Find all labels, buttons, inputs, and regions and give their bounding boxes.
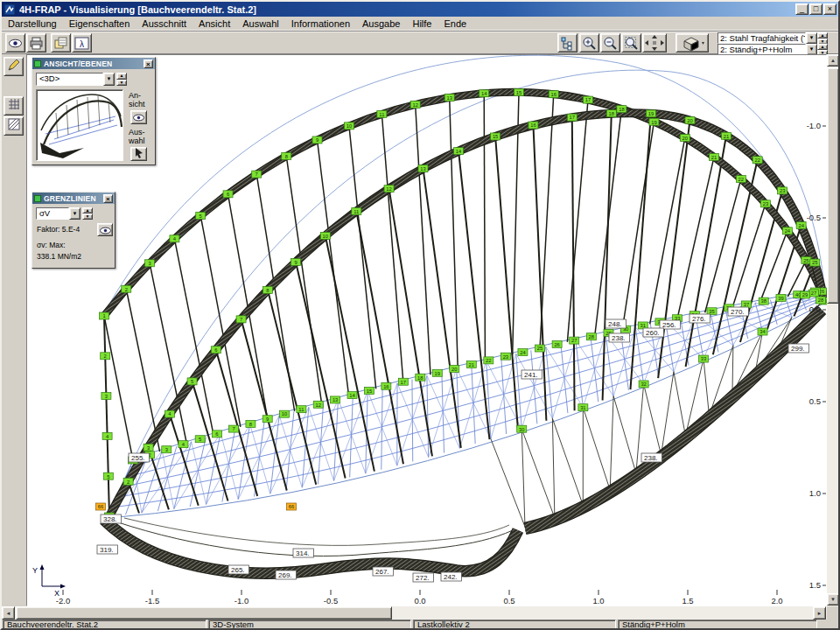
load-case-value: 2: Stahl Tragfähigkeit (Th. 2. O — [718, 32, 806, 44]
vertical-scrollbar[interactable]: ▲ ▼ — [827, 54, 839, 606]
zoom-in-icon — [582, 36, 597, 51]
auswahl-select-button[interactable] — [130, 147, 147, 161]
restore-button[interactable]: □ — [809, 4, 822, 15]
pencil-icon — [7, 58, 21, 75]
status-combination: Ständig+P+Holm — [618, 620, 817, 629]
ansicht-label: An-sicht — [129, 91, 145, 108]
grenzlinien-panel: GRENZLINIEN × σV ▼ ▲ ▼ Faktor: 5.E-4 σv:… — [32, 192, 116, 269]
result-spinner-up[interactable]: ▲ — [82, 207, 93, 214]
panel-icon — [34, 60, 41, 67]
ansicht-panel-title: ANSICHT/EBENEN — [44, 60, 112, 68]
zoom-in-button[interactable] — [579, 33, 599, 52]
chevron-down-icon[interactable]: ▼ — [103, 73, 115, 86]
menu-hilfe[interactable]: Hilfe — [406, 18, 438, 30]
cube-icon — [679, 34, 705, 52]
results-button[interactable]: λ — [72, 33, 92, 52]
view-select-value: <3D> — [36, 73, 103, 86]
load-case-combo[interactable]: 2: Stahl Tragfähigkeit (Th. 2. O ▼ ▲ ▼ — [718, 32, 828, 44]
printer-icon — [29, 36, 44, 51]
edit-mode-button[interactable] — [4, 57, 24, 76]
scroll-down-icon[interactable]: ▼ — [827, 593, 839, 606]
tables-button[interactable] — [51, 33, 71, 52]
menu-informationen[interactable]: Informationen — [285, 18, 356, 30]
minimize-button[interactable]: _ — [795, 4, 808, 15]
result-type-combo[interactable]: σV ▼ ▲ ▼ — [36, 207, 93, 220]
status-system: 3D-System — [208, 620, 411, 629]
preview-thumbnail — [37, 90, 122, 160]
app-icon[interactable] — [4, 4, 16, 16]
close-icon[interactable]: × — [144, 60, 153, 68]
scroll-up-icon[interactable]: ▲ — [827, 54, 839, 66]
horizontal-scrollbar[interactable]: ◄ ► — [2, 606, 827, 620]
menu-ausschnitt[interactable]: Ausschnitt — [136, 18, 192, 30]
app-window: 4H-FRAP - Visualisierung [Bauchveerendel… — [0, 0, 840, 630]
grenzlinien-panel-title: GRENZLINIEN — [44, 194, 96, 203]
close-button[interactable]: × — [823, 4, 836, 15]
eye-icon — [8, 36, 23, 51]
menu-bar: Darstellung Eigenschaften Ausschnitt Ans… — [2, 17, 838, 31]
auswahl-label: Aus-wahl — [129, 128, 145, 145]
cursor-icon — [134, 146, 144, 162]
menu-ende[interactable]: Ende — [438, 18, 472, 30]
svg-text:λ: λ — [80, 38, 84, 48]
horizontal-scroll-thumb[interactable] — [16, 606, 392, 620]
lambda-icon: λ — [74, 36, 89, 51]
grenzlinien-panel-titlebar[interactable]: GRENZLINIEN × — [32, 192, 115, 204]
zoom-fit-button[interactable] — [621, 33, 641, 52]
pan-button[interactable] — [642, 33, 667, 52]
status-project: Bauchveerendeltr. Stat.2 — [3, 620, 206, 629]
window-title: 4H-FRAP - Visualisierung [Bauchveerendel… — [19, 4, 794, 15]
ansicht-view-button[interactable] — [130, 110, 147, 124]
zoom-fit-icon — [624, 36, 639, 51]
mesh-toggle-button[interactable] — [4, 96, 24, 116]
main-toolbar: λ 2: Stahl Tragfähigkeit (Th. 2. O ▼ ▲ ▼ — [2, 31, 838, 54]
result-type-value: σV — [36, 207, 69, 220]
hatch-icon — [7, 117, 21, 135]
faktor-text: Faktor: 5.E-4 — [37, 225, 80, 234]
combination-spinner-up[interactable]: ▲ — [817, 44, 828, 50]
menu-darstellung[interactable]: Darstellung — [2, 18, 63, 30]
panel-icon — [34, 195, 41, 202]
chevron-down-icon[interactable]: ▼ — [806, 32, 817, 44]
result-spinner-down[interactable]: ▼ — [82, 214, 93, 220]
case-spinner-up[interactable]: ▲ — [817, 32, 828, 38]
pan-arrows-icon — [644, 34, 665, 52]
eye-icon — [133, 109, 144, 125]
view-3d-button[interactable] — [676, 33, 709, 52]
menu-ansicht[interactable]: Ansicht — [192, 18, 236, 30]
max-value: 338.1 MN/m2 — [37, 252, 81, 262]
view-preview[interactable] — [36, 89, 123, 161]
hatch-toggle-button[interactable] — [4, 116, 24, 136]
structure-tree-button[interactable] — [557, 33, 578, 52]
view-select-combo[interactable]: <3D> ▼ ▲ ▼ — [36, 73, 127, 86]
ansicht-ebenen-panel: ANSICHT/EBENEN × <3D> ▼ ▲ ▼ — [32, 57, 156, 165]
vertical-scroll-thumb[interactable] — [827, 67, 839, 304]
view-spinner-down[interactable]: ▼ — [116, 80, 127, 87]
zoom-out-icon — [603, 36, 618, 51]
max-label: σv: Max: — [37, 241, 66, 250]
cards-icon — [53, 36, 68, 51]
menu-eigenschaften[interactable]: Eigenschaften — [63, 18, 136, 30]
zoom-out-button[interactable] — [600, 33, 620, 52]
tree-icon — [560, 36, 575, 51]
scroll-left-icon[interactable]: ◄ — [2, 606, 15, 620]
menu-auswahl[interactable]: Auswahl — [236, 18, 285, 30]
chevron-down-icon[interactable]: ▼ — [69, 207, 80, 220]
menu-ausgabe[interactable]: Ausgabe — [356, 18, 406, 30]
print-button[interactable] — [26, 33, 46, 52]
ansicht-panel-titlebar[interactable]: ANSICHT/EBENEN × — [32, 58, 155, 69]
view-button[interactable] — [5, 33, 25, 52]
status-bar: Bauchveerendeltr. Stat.2 3D-System Lastk… — [2, 620, 838, 630]
side-toolbar — [2, 54, 26, 606]
close-icon[interactable]: × — [103, 194, 113, 203]
resize-grip[interactable] — [819, 620, 837, 629]
view-spinner-up[interactable]: ▲ — [116, 73, 127, 80]
scroll-right-icon[interactable]: ► — [813, 606, 826, 620]
title-bar[interactable]: 4H-FRAP - Visualisierung [Bauchveerendel… — [2, 2, 838, 17]
eye-icon — [100, 222, 111, 238]
status-loadcase: Lastkollektiv 2 — [413, 620, 616, 629]
grid-icon — [7, 97, 21, 115]
grenzlinien-view-button[interactable] — [97, 223, 113, 236]
